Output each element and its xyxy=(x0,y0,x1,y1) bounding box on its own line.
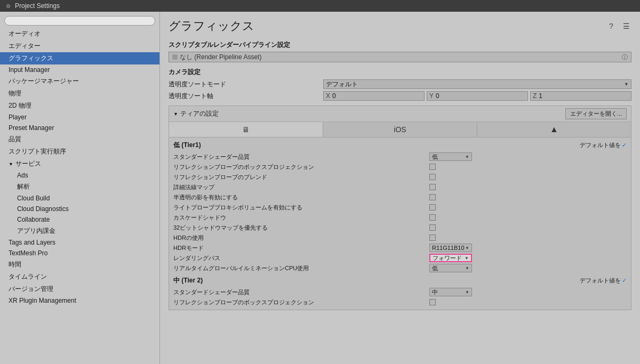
prop-control-realtime-global-illumination: 低▼ xyxy=(429,264,627,272)
prop-row-semi-transparent-shadow: 半透明の影を有効にする xyxy=(173,192,627,202)
tab-desktop[interactable]: 🖥 xyxy=(169,122,323,137)
transparency-sort-axis-row: 透明度ソート軸 X 0 Y 0 Z 1 xyxy=(169,91,631,101)
checkbox-hdr-use[interactable] xyxy=(429,234,436,241)
prop-row-realtime-global-illumination: リアルタイムグローバルイルミネーションCPU使用低▼ xyxy=(173,263,627,273)
sidebar-item-textmesh-pro[interactable]: TextMesh Pro xyxy=(0,248,159,258)
prop-control-cascaded-shadow xyxy=(429,214,627,221)
prop-label-rendering-path: レンダリングパス xyxy=(173,254,429,262)
prop-row-standard-shader-quality-mid: スタンダードシェーダー品質中▼ xyxy=(173,287,627,297)
search-input[interactable] xyxy=(4,16,155,26)
y-label: Y xyxy=(429,92,434,100)
sidebar-item-quality[interactable]: 品質 xyxy=(0,133,159,145)
sidebar-item-audio[interactable]: オーディオ xyxy=(0,28,159,40)
sort-axis-z[interactable]: Z 1 xyxy=(530,91,631,101)
transparency-sort-mode-dropdown[interactable]: デフォルト ▼ xyxy=(323,79,631,89)
sidebar-section-services: ▼サービス xyxy=(0,158,159,170)
prop-control-reflection-probe-box-mid xyxy=(429,299,627,305)
checkbox-shadow-32bit[interactable] xyxy=(429,224,436,231)
sidebar-item-player[interactable]: Player xyxy=(0,112,159,123)
prop-label-reflection-probe-box-mid: リフレクションプローブのボックスプロジェクション xyxy=(173,298,429,306)
pipeline-field-text: なし (Render Pipeline Asset) xyxy=(180,53,628,62)
x-label: X xyxy=(326,92,330,100)
prop-row-hdr-mode: HDRモードR11G11B10▼ xyxy=(173,243,627,253)
sidebar-items-container: オーディオエディターグラフィックスInput Managerパッケージマネージャ… xyxy=(0,28,159,306)
dropdown-hdr-mode[interactable]: R11G11B10▼ xyxy=(429,244,472,252)
dropdown-text-rendering-path: フォワード xyxy=(433,254,465,262)
transparency-sort-mode-label: 透明度ソートモード xyxy=(169,80,323,89)
header-icons: ? ☰ xyxy=(606,21,631,31)
sidebar-item-editor[interactable]: エディター xyxy=(0,40,159,52)
prop-row-standard-shader-quality: スタンダードシェーダー品質低▼ xyxy=(173,152,627,161)
prop-control-light-probe-volume xyxy=(429,204,627,211)
checkbox-semi-transparent-shadow[interactable] xyxy=(429,194,436,200)
dropdown-standard-shader-quality-mid[interactable]: 中▼ xyxy=(429,288,472,296)
prop-label-shadow-32bit: 32ビットシャドウマップを優先する xyxy=(173,224,429,232)
sidebar-item-tags-and-layers[interactable]: Tags and Layers xyxy=(0,237,159,248)
prop-label-reflection-probe-box: リフレクションプローブのボックスプロジェクション xyxy=(173,163,429,171)
tier-arrow-icon: ▼ xyxy=(173,111,178,117)
dropdown-realtime-global-illumination[interactable]: 低▼ xyxy=(429,264,472,272)
sidebar-item-in-app-purchase[interactable]: アプリ内課金 xyxy=(0,225,159,237)
sidebar-item-package-manager[interactable]: パッケージマネージャー xyxy=(0,75,159,87)
prop-row-rendering-path: レンダリングパスフォワード▼ xyxy=(173,253,627,263)
sidebar-item-graphics[interactable]: グラフィックス xyxy=(0,52,159,64)
tier-content: 低 (Tier1) デフォルト値を ✓ スタンダードシェーダー品質低▼リフレクシ… xyxy=(169,137,631,310)
sidebar-item-collaborate[interactable]: Collaborate xyxy=(0,214,159,225)
prop-control-standard-shader-quality-mid: 中▼ xyxy=(429,288,627,296)
checkbox-light-probe-volume[interactable] xyxy=(429,204,436,211)
low-tier-default-btn[interactable]: デフォルト値を ✓ xyxy=(580,141,627,149)
section-label: サービス xyxy=(15,159,41,168)
content-area: グラフィックス ? ☰ スクリプタブルレンダーパイプライン設定 なし (Rend… xyxy=(160,12,640,364)
sidebar-item-cloud-build[interactable]: Cloud Build xyxy=(0,193,159,204)
prop-control-standard-shader-quality: 低▼ xyxy=(429,152,627,161)
tab-ios[interactable]: iOS xyxy=(323,122,477,137)
checkbox-reflection-probe-blend[interactable] xyxy=(429,174,436,180)
prop-control-detail-normal-map xyxy=(429,184,627,190)
low-tier-title-row: 低 (Tier1) デフォルト値を ✓ xyxy=(173,141,627,150)
checkbox-cascaded-shadow[interactable] xyxy=(429,214,436,221)
sort-axis-x[interactable]: X 0 xyxy=(323,91,425,101)
dropdown-rendering-path[interactable]: フォワード▼ xyxy=(429,254,472,262)
tab-android[interactable]: ▲ xyxy=(477,122,631,137)
prop-control-reflection-probe-box xyxy=(429,164,627,170)
sidebar-item-time[interactable]: 時間 xyxy=(0,258,159,271)
help-icon[interactable]: ? xyxy=(606,21,617,31)
sort-axis-controls: X 0 Y 0 Z 1 xyxy=(323,91,631,101)
sidebar-item-preset-manager[interactable]: Preset Manager xyxy=(0,123,159,133)
prop-label-realtime-global-illumination: リアルタイムグローバルイルミネーションCPU使用 xyxy=(173,264,429,272)
prop-row-shadow-32bit: 32ビットシャドウマップを優先する xyxy=(173,223,627,232)
sidebar-item-physics[interactable]: 物理 xyxy=(0,87,159,100)
open-editor-button[interactable]: エディターを開く... xyxy=(565,108,627,119)
checkbox-detail-normal-map[interactable] xyxy=(429,184,436,190)
z-label: Z xyxy=(533,92,537,100)
prop-control-hdr-mode: R11G11B10▼ xyxy=(429,244,627,252)
sidebar-item-analytics[interactable]: 解析 xyxy=(0,181,159,193)
x-value: 0 xyxy=(332,92,336,100)
dropdown-arrow-hdr-mode: ▼ xyxy=(465,246,469,250)
dropdown-arrow-standard-shader-quality: ▼ xyxy=(465,155,469,159)
prop-control-reflection-probe-blend xyxy=(429,174,627,180)
checkbox-reflection-probe-box-mid[interactable] xyxy=(429,299,436,305)
sidebar-item-xr-plugin[interactable]: XR Plugin Management xyxy=(0,295,159,306)
prop-row-light-probe-volume: ライトプローブプロキシボリュームを有効にする xyxy=(173,203,627,212)
sidebar-item-ads[interactable]: Ads xyxy=(0,170,159,181)
sidebar-item-version-control[interactable]: バージョン管理 xyxy=(0,283,159,295)
sort-axis-y[interactable]: Y 0 xyxy=(427,91,528,101)
mid-tier-default-btn[interactable]: デフォルト値を ✓ xyxy=(580,277,627,285)
mid-checkmark-icon: ✓ xyxy=(622,277,627,284)
sidebar-item-physics-2d[interactable]: 2D 物理 xyxy=(0,100,159,112)
render-pipeline-field[interactable]: なし (Render Pipeline Asset) ⓘ xyxy=(169,52,631,62)
prop-control-shadow-32bit xyxy=(429,224,627,231)
sidebar-item-input-manager[interactable]: Input Manager xyxy=(0,64,159,75)
sidebar-item-script-execution[interactable]: スクリプト実行順序 xyxy=(0,145,159,158)
prop-label-standard-shader-quality-mid: スタンダードシェーダー品質 xyxy=(173,288,429,296)
sidebar-item-timeline[interactable]: タイムライン xyxy=(0,271,159,283)
settings-gear-icon[interactable]: ☰ xyxy=(621,21,631,31)
dropdown-standard-shader-quality[interactable]: 低▼ xyxy=(429,152,472,161)
transparency-sort-axis-label: 透明度ソート軸 xyxy=(169,92,323,101)
prop-label-detail-normal-map: 詳細法線マップ xyxy=(173,183,429,191)
checkmark-icon: ✓ xyxy=(622,142,627,149)
sidebar-item-cloud-diagnostics[interactable]: Cloud Diagnostics xyxy=(0,204,159,214)
checkbox-reflection-probe-box[interactable] xyxy=(429,164,436,170)
prop-control-hdr-use xyxy=(429,234,627,241)
